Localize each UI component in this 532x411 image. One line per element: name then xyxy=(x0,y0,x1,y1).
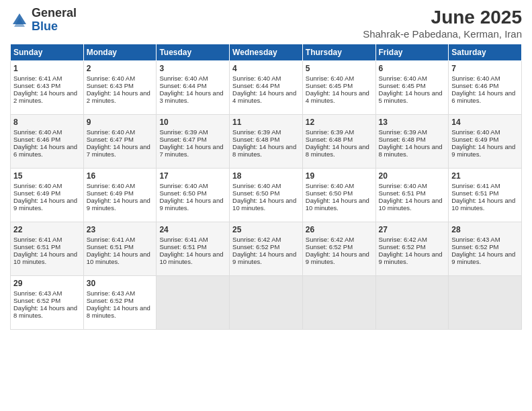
table-row: 4Sunrise: 6:40 AMSunset: 6:44 PMDaylight… xyxy=(230,61,303,115)
sunrise-text: Sunrise: 6:40 AM xyxy=(306,75,354,82)
table-row xyxy=(157,276,230,330)
table-row: 30Sunrise: 6:43 AMSunset: 6:52 PMDayligh… xyxy=(83,276,157,330)
sunrise-text: Sunrise: 6:39 AM xyxy=(159,128,208,136)
daylight-text: Daylight: 14 hours and 9 minutes. xyxy=(159,197,223,212)
sunrise-text: Sunrise: 6:41 AM xyxy=(159,236,208,243)
sunrise-text: Sunrise: 6:40 AM xyxy=(232,75,281,82)
sunset-text: Sunset: 6:48 PM xyxy=(306,136,353,143)
daylight-text: Daylight: 14 hours and 9 minutes. xyxy=(451,143,515,158)
logo-text: General Blue xyxy=(32,7,77,34)
table-row: 6Sunrise: 6:40 AMSunset: 6:45 PMDaylight… xyxy=(375,61,449,115)
calendar-header-row: Sunday Monday Tuesday Wednesday Thursday… xyxy=(11,44,522,61)
sunrise-text: Sunrise: 6:43 AM xyxy=(451,236,500,243)
daylight-text: Daylight: 14 hours and 9 minutes. xyxy=(306,250,369,265)
daylight-text: Daylight: 14 hours and 9 minutes. xyxy=(451,250,515,265)
header-wednesday: Wednesday xyxy=(230,44,303,61)
table-row: 11Sunrise: 6:39 AMSunset: 6:48 PMDayligh… xyxy=(230,115,303,169)
table-row: 3Sunrise: 6:40 AMSunset: 6:44 PMDaylight… xyxy=(157,61,230,115)
sunset-text: Sunset: 6:49 PM xyxy=(451,136,498,143)
day-number: 10 xyxy=(159,118,226,127)
sunset-text: Sunset: 6:45 PM xyxy=(306,82,353,89)
daylight-text: Daylight: 14 hours and 10 minutes. xyxy=(87,250,150,265)
table-row: 26Sunrise: 6:42 AMSunset: 6:52 PMDayligh… xyxy=(302,222,375,276)
day-number: 29 xyxy=(13,279,81,288)
logo: General Blue xyxy=(10,7,77,34)
calendar-week-row: 29Sunrise: 6:43 AMSunset: 6:52 PMDayligh… xyxy=(11,276,522,330)
daylight-text: Daylight: 14 hours and 4 minutes. xyxy=(306,89,369,104)
sunrise-text: Sunrise: 6:42 AM xyxy=(379,236,427,243)
day-number: 23 xyxy=(87,225,154,234)
sunset-text: Sunset: 6:43 PM xyxy=(13,82,60,89)
day-number: 8 xyxy=(13,118,81,127)
daylight-text: Daylight: 14 hours and 10 minutes. xyxy=(159,250,223,265)
table-row: 29Sunrise: 6:43 AMSunset: 6:52 PMDayligh… xyxy=(11,276,84,330)
sunset-text: Sunset: 6:52 PM xyxy=(306,243,353,250)
daylight-text: Daylight: 14 hours and 10 minutes. xyxy=(451,197,515,212)
table-row: 13Sunrise: 6:39 AMSunset: 6:48 PMDayligh… xyxy=(375,115,449,169)
sunrise-text: Sunrise: 6:40 AM xyxy=(451,128,500,136)
calendar-week-row: 22Sunrise: 6:41 AMSunset: 6:51 PMDayligh… xyxy=(11,222,522,276)
sunrise-text: Sunrise: 6:43 AM xyxy=(87,289,135,297)
sunset-text: Sunset: 6:52 PM xyxy=(13,297,60,304)
header-sunday: Sunday xyxy=(11,44,84,61)
sunrise-text: Sunrise: 6:40 AM xyxy=(159,182,208,189)
table-row: 16Sunrise: 6:40 AMSunset: 6:49 PMDayligh… xyxy=(83,169,157,222)
sunset-text: Sunset: 6:51 PM xyxy=(379,189,426,197)
table-row: 25Sunrise: 6:42 AMSunset: 6:52 PMDayligh… xyxy=(230,222,303,276)
calendar-body: 1Sunrise: 6:41 AMSunset: 6:43 PMDaylight… xyxy=(11,61,522,330)
day-number: 25 xyxy=(232,225,300,234)
sunrise-text: Sunrise: 6:41 AM xyxy=(13,236,62,243)
day-number: 9 xyxy=(87,118,154,127)
sunset-text: Sunset: 6:46 PM xyxy=(13,136,60,143)
day-number: 21 xyxy=(451,171,519,181)
day-number: 6 xyxy=(379,64,446,73)
day-number: 11 xyxy=(232,118,300,127)
table-row: 9Sunrise: 6:40 AMSunset: 6:47 PMDaylight… xyxy=(83,115,157,169)
daylight-text: Daylight: 14 hours and 7 minutes. xyxy=(159,143,223,158)
sunset-text: Sunset: 6:47 PM xyxy=(159,136,206,143)
day-number: 13 xyxy=(379,118,446,127)
sunset-text: Sunset: 6:50 PM xyxy=(159,189,206,197)
calendar-header: Sunday Monday Tuesday Wednesday Thursday… xyxy=(11,44,522,61)
sunset-text: Sunset: 6:48 PM xyxy=(232,136,279,143)
page: General Blue June 2025 Shahrak-e Pabedan… xyxy=(0,0,532,411)
sunset-text: Sunset: 6:49 PM xyxy=(13,189,60,197)
table-row: 14Sunrise: 6:40 AMSunset: 6:49 PMDayligh… xyxy=(449,115,522,169)
daylight-text: Daylight: 14 hours and 2 minutes. xyxy=(13,89,77,104)
day-number: 20 xyxy=(379,171,446,181)
table-row xyxy=(302,276,375,330)
day-number: 30 xyxy=(87,279,154,288)
day-number: 27 xyxy=(379,225,446,234)
daylight-text: Daylight: 14 hours and 7 minutes. xyxy=(87,143,150,158)
sunset-text: Sunset: 6:47 PM xyxy=(87,136,134,143)
day-number: 3 xyxy=(159,64,226,73)
daylight-text: Daylight: 14 hours and 6 minutes. xyxy=(451,89,515,104)
day-number: 7 xyxy=(451,64,519,73)
table-row: 8Sunrise: 6:40 AMSunset: 6:46 PMDaylight… xyxy=(11,115,84,169)
table-row: 7Sunrise: 6:40 AMSunset: 6:46 PMDaylight… xyxy=(449,61,522,115)
sunset-text: Sunset: 6:50 PM xyxy=(306,189,353,197)
daylight-text: Daylight: 14 hours and 10 minutes. xyxy=(13,250,77,265)
calendar-week-row: 8Sunrise: 6:40 AMSunset: 6:46 PMDaylight… xyxy=(11,115,522,169)
sunrise-text: Sunrise: 6:40 AM xyxy=(13,182,62,189)
sunrise-text: Sunrise: 6:40 AM xyxy=(451,75,500,82)
table-row: 12Sunrise: 6:39 AMSunset: 6:48 PMDayligh… xyxy=(302,115,375,169)
daylight-text: Daylight: 14 hours and 9 minutes. xyxy=(379,250,443,265)
header-saturday: Saturday xyxy=(449,44,522,61)
day-number: 1 xyxy=(13,64,81,73)
day-number: 19 xyxy=(306,171,373,181)
daylight-text: Daylight: 14 hours and 10 minutes. xyxy=(379,197,443,212)
day-number: 26 xyxy=(306,225,373,234)
sunrise-text: Sunrise: 6:40 AM xyxy=(159,75,208,82)
logo-general-text: General xyxy=(32,7,77,20)
day-number: 22 xyxy=(13,225,81,234)
sunrise-text: Sunrise: 6:40 AM xyxy=(13,128,62,136)
sunset-text: Sunset: 6:51 PM xyxy=(451,189,498,197)
sunrise-text: Sunrise: 6:40 AM xyxy=(87,182,135,189)
sunrise-text: Sunrise: 6:41 AM xyxy=(13,75,62,82)
sunrise-text: Sunrise: 6:42 AM xyxy=(232,236,281,243)
sunrise-text: Sunrise: 6:41 AM xyxy=(451,182,500,189)
sunset-text: Sunset: 6:44 PM xyxy=(159,82,206,89)
daylight-text: Daylight: 14 hours and 3 minutes. xyxy=(159,89,223,104)
day-number: 4 xyxy=(232,64,300,73)
